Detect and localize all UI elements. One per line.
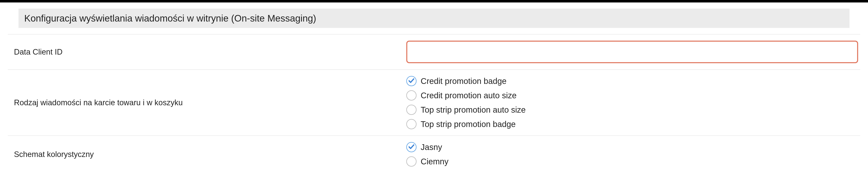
- field-color-scheme: Jasny Ciemny: [406, 142, 856, 167]
- radio-label: Top strip promotion auto size: [421, 105, 526, 115]
- field-message-type: Credit promotion badge Credit promotion …: [406, 76, 856, 129]
- radio-icon: [406, 90, 416, 100]
- radio-top-strip-promotion-auto-size[interactable]: Top strip promotion auto size: [406, 105, 856, 115]
- radio-icon: [406, 119, 416, 129]
- field-data-client-id: [406, 41, 858, 63]
- row-color-scheme: Schemat kolorystyczny Jasny: [8, 135, 860, 173]
- radio-top-strip-promotion-badge[interactable]: Top strip promotion badge: [406, 119, 856, 129]
- radio-icon: [406, 142, 416, 152]
- color-scheme-radio-list: Jasny Ciemny: [406, 142, 856, 167]
- settings-rows: Data Client ID Rodzaj wiadomości na karc…: [8, 34, 860, 173]
- radio-icon: [406, 76, 416, 86]
- radio-label: Credit promotion auto size: [421, 91, 517, 100]
- radio-icon: [406, 105, 416, 115]
- radio-ciemny[interactable]: Ciemny: [406, 156, 856, 167]
- radio-label: Top strip promotion badge: [421, 120, 516, 129]
- radio-label: Credit promotion badge: [421, 76, 506, 86]
- radio-icon: [406, 156, 416, 167]
- window-top-bar: [0, 0, 868, 2]
- check-icon: [408, 77, 414, 86]
- radio-label: Ciemny: [421, 157, 448, 166]
- radio-jasny[interactable]: Jasny: [406, 142, 856, 152]
- radio-credit-promotion-badge[interactable]: Credit promotion badge: [406, 76, 856, 86]
- row-message-type: Rodzaj wiadomości na karcie towaru i w k…: [8, 69, 860, 135]
- label-message-type: Rodzaj wiadomości na karcie towaru i w k…: [12, 98, 406, 107]
- section-header: Konfiguracja wyświetlania wiadomości w w…: [19, 9, 849, 28]
- label-data-client-id: Data Client ID: [12, 48, 406, 56]
- data-client-id-input[interactable]: [406, 41, 858, 63]
- check-icon: [408, 143, 414, 152]
- row-data-client-id: Data Client ID: [8, 34, 860, 69]
- label-color-scheme: Schemat kolorystyczny: [12, 150, 406, 159]
- section-title: Konfiguracja wyświetlania wiadomości w w…: [24, 13, 316, 24]
- radio-credit-promotion-auto-size[interactable]: Credit promotion auto size: [406, 90, 856, 100]
- message-type-radio-list: Credit promotion badge Credit promotion …: [406, 76, 856, 129]
- radio-label: Jasny: [421, 142, 442, 152]
